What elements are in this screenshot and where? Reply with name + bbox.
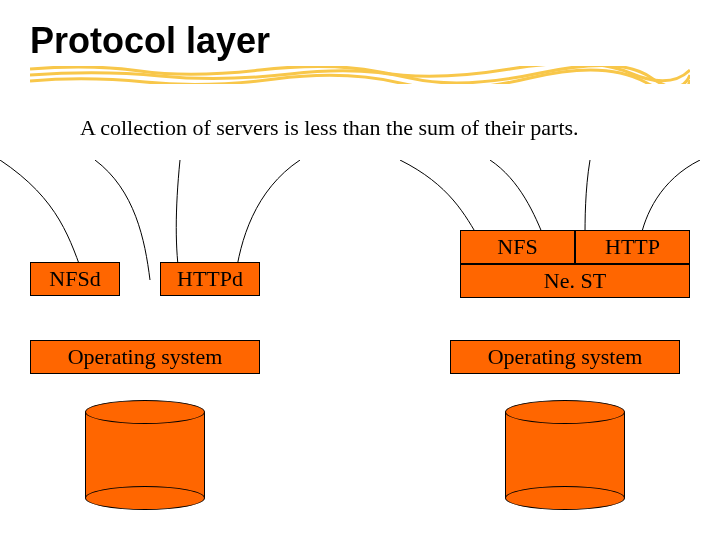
box-left-os: Operating system xyxy=(30,340,260,374)
right-cylinder xyxy=(505,400,625,510)
slide-subtitle: A collection of servers is less than the… xyxy=(80,115,579,141)
title-underline xyxy=(30,66,690,84)
slide-title: Protocol layer xyxy=(30,20,270,62)
box-http: HTTP xyxy=(575,230,690,264)
box-nfs: NFS xyxy=(460,230,575,264)
box-httpd: HTTPd xyxy=(160,262,260,296)
box-right-os: Operating system xyxy=(450,340,680,374)
left-cylinder xyxy=(85,400,205,510)
right-curves xyxy=(400,160,720,240)
box-nest: Ne. ST xyxy=(460,264,690,298)
box-nfsd: NFSd xyxy=(30,262,120,296)
